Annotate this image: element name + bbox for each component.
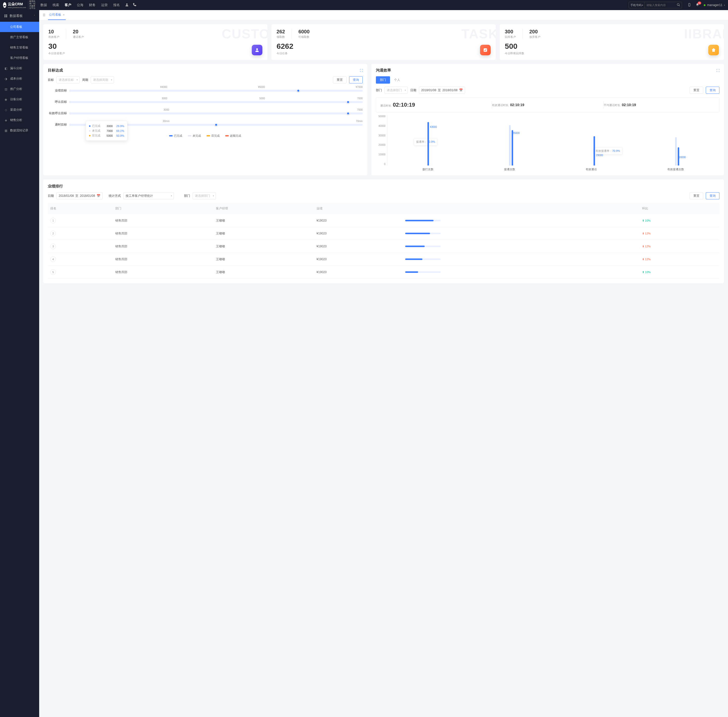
- search-type-select[interactable]: 手机号码 ▾: [629, 2, 645, 8]
- eff-query-button[interactable]: 查询: [706, 87, 719, 94]
- rank-date-range[interactable]: 2018/01/08 至 2018/01/08 📅: [57, 192, 102, 199]
- svg-rect-8: [6, 16, 7, 17]
- calendar-icon: 📅: [459, 88, 463, 92]
- topnav-数据[interactable]: 数据: [40, 0, 47, 10]
- sidebar-link-2[interactable]: ▤推广分析: [0, 84, 39, 94]
- sidebar-item-3[interactable]: 客户经理看板: [0, 53, 39, 63]
- topnav-公海[interactable]: 公海: [77, 0, 83, 10]
- rank-panel: 业绩排行 日期 2018/01/08 至 2018/01/08 📅 统计方式 按…: [43, 179, 724, 283]
- eff-tab-1[interactable]: 个人: [390, 76, 404, 84]
- user-menu[interactable]: manager11 ▾: [704, 3, 725, 7]
- goal-row: 有效呼出目标30007000: [48, 111, 363, 116]
- expand-icon[interactable]: ⛶: [360, 69, 363, 72]
- rank-reset-button[interactable]: 重置: [690, 192, 703, 199]
- main: ☰ 公司看板 ✕ CUSTO10有效客户20通话客户30今日首咨客户TASK26…: [39, 10, 728, 717]
- tabs-bar: ☰ 公司看板 ✕: [39, 10, 728, 20]
- sidebar-group-header[interactable]: 数据看板 ˄: [0, 10, 39, 22]
- topnav-财务[interactable]: 财务: [89, 0, 96, 10]
- logo: ☁ 云朵CRM www.yunduocrm.com 教育机构一站 式服务云平台: [3, 0, 37, 9]
- close-icon[interactable]: ✕: [63, 14, 65, 16]
- stat-icon: [708, 45, 719, 55]
- table-row: 5销售四部王嘟嘟¥19020⬆ 10%: [48, 266, 719, 279]
- topnav-客户[interactable]: 客户: [65, 0, 71, 10]
- stat-icon: [480, 45, 491, 55]
- table-row: 3销售四部王嘟嘟¥19020⬇ 12%: [48, 240, 719, 253]
- eff-dept-select[interactable]: 请选择部门: [384, 87, 408, 94]
- topnav-报名[interactable]: 报名: [113, 0, 120, 10]
- search-button[interactable]: [675, 2, 682, 8]
- sidebar-link-5[interactable]: ◈销售分析: [0, 115, 39, 125]
- chevron-up-icon: ˄: [34, 15, 35, 17]
- goal-row: 呼出目标300050007000: [48, 100, 363, 104]
- search-input[interactable]: [645, 3, 675, 6]
- topnav-线索[interactable]: 线索: [53, 0, 59, 10]
- phone-icon[interactable]: [133, 3, 136, 8]
- goal-panel: 目标达成 ⛶ 目标 请选择目标 周期 请选择周期 重置 查询 已完成300029…: [43, 64, 367, 175]
- stat-row: CUSTO10有效客户20通话客户30今日首咨客户TASK262领取数6000可…: [43, 24, 724, 60]
- svg-line-2: [679, 5, 680, 6]
- sidebar-link-4[interactable]: ◇渠道分析: [0, 105, 39, 115]
- bar-group: 29000: [593, 136, 595, 165]
- rank-table: 排名部门客户经理业绩环比 1销售四部王嘟嘟¥19020⬆ 10%2销售四部王嘟嘟…: [48, 203, 719, 279]
- sidebar-link-3[interactable]: ◉访客分析: [0, 94, 39, 105]
- eff-date-range[interactable]: 2018/01/08 至 2018/01/08 📅: [419, 87, 465, 94]
- expand-icon[interactable]: ⛶: [716, 69, 719, 72]
- connect-rate-callout: 接通率：70.9%: [414, 138, 437, 145]
- eff-bar-chart: 50000400003000020000100000 接通率：70.9% 有效接…: [376, 115, 719, 165]
- svg-rect-7: [5, 16, 6, 17]
- goal-period-select[interactable]: 请选择周期: [91, 76, 114, 83]
- logo-icon: ☁: [3, 2, 6, 8]
- tab-company-board[interactable]: 公司看板 ✕: [48, 10, 66, 20]
- eff-summary-item: 有效通话时长02:10:19: [492, 103, 603, 107]
- brand-sub: 教育机构一站 式服务云平台: [28, 0, 37, 9]
- table-row: 4销售四部王嘟嘟¥19020⬇ 12%: [48, 253, 719, 266]
- goal-query-button[interactable]: 查询: [349, 76, 363, 83]
- sidebar-item-2[interactable]: 销售主管看板: [0, 43, 39, 53]
- sidebar-link-1[interactable]: ◑成本分析: [0, 73, 39, 84]
- goal-reset-button[interactable]: 重置: [333, 76, 347, 83]
- user-icon[interactable]: [125, 3, 129, 8]
- rank-dept-select[interactable]: 请选择部门: [193, 192, 216, 199]
- eff-summary-item: 平均通话时长02:10:19: [604, 103, 715, 107]
- mobile-icon[interactable]: [688, 3, 691, 7]
- valid-connect-rate-callout: 有效接通率：70.9%: [593, 147, 622, 155]
- legend-item: 未完成: [188, 134, 201, 138]
- sidebar: 数据看板 ˄ 公司看板推广主管看板销售主管看板客户经理看板 ◧漏斗分析◑成本分析…: [0, 10, 39, 717]
- eff-title: 沟通效率: [376, 68, 391, 73]
- topnav-运营[interactable]: 运营: [101, 0, 108, 10]
- svg-point-9: [256, 48, 258, 50]
- efficiency-panel: 沟通效率 ⛶ 部门个人 部门 请选择部门 日期 2018/01/08 至 201…: [371, 64, 724, 175]
- svg-point-1: [677, 3, 679, 5]
- bar-group: 18000: [675, 137, 679, 165]
- eff-summary: 通话时长02:10:19有效通话时长02:10:19平均通话时长02:10:19: [376, 97, 719, 113]
- legend-item: 应完成: [206, 134, 220, 138]
- legend-item: 已完成: [169, 134, 182, 138]
- sidebar-item-1[interactable]: 推广主管看板: [0, 32, 39, 43]
- hamburger-icon[interactable]: ☰: [43, 14, 46, 17]
- goal-tooltip: 已完成300029.9%未完成700069.1%应完成500050.9%: [86, 121, 127, 141]
- goal-row: 业绩目标¥4000¥6000¥7000: [48, 88, 363, 93]
- brand-name: 云朵CRM: [8, 2, 26, 6]
- topbar: ☁ 云朵CRM www.yunduocrm.com 教育机构一站 式服务云平台 …: [0, 0, 728, 10]
- legend-item: 超额完成: [225, 134, 241, 138]
- stat-icon: [252, 45, 262, 55]
- rank-query-button[interactable]: 查询: [706, 192, 719, 199]
- rank-method-select[interactable]: 按工单客户经理统计: [123, 192, 174, 199]
- brand-domain: www.yunduocrm.com: [8, 6, 26, 8]
- table-row: 1销售四部王嘟嘟¥19020⬆ 10%: [48, 214, 719, 227]
- sidebar-link-0[interactable]: ◧漏斗分析: [0, 63, 39, 73]
- sidebar-link-6[interactable]: ▦数据流转记录: [0, 125, 39, 136]
- svg-rect-5: [5, 15, 6, 16]
- eff-tab-0[interactable]: 部门: [376, 76, 390, 84]
- svg-rect-10: [483, 48, 487, 52]
- eff-reset-button[interactable]: 重置: [690, 87, 703, 94]
- sidebar-item-0[interactable]: 公司看板: [0, 22, 39, 32]
- rank-title: 业绩排行: [48, 184, 719, 189]
- stat-card: CUSTO10有效客户20通话客户30今日首咨客户: [43, 24, 268, 60]
- table-row: 2销售四部王嘟嘟¥19020⬇ 12%: [48, 227, 719, 240]
- goal-target-select[interactable]: 请选择目标: [57, 76, 80, 83]
- calendar-icon: 📅: [96, 194, 100, 198]
- search: 手机号码 ▾: [629, 2, 682, 8]
- topnav: 数据线索客户公海财务运营报名: [40, 0, 120, 10]
- bell-icon[interactable]: 5: [696, 3, 699, 7]
